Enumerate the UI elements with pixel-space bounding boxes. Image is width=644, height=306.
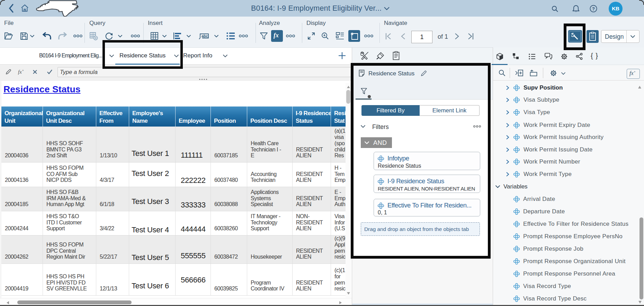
svg-text:?: ? (592, 6, 595, 11)
svg-text:abc: abc (202, 34, 208, 38)
